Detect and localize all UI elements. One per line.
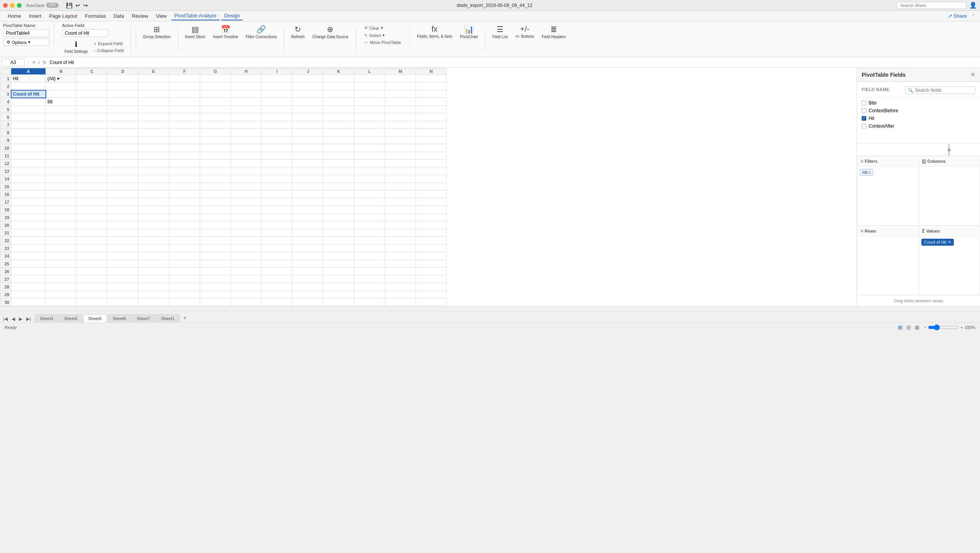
cell-h1[interactable]: [231, 75, 262, 83]
cell-e28[interactable]: [138, 283, 169, 291]
values-chip-count-of-hit[interactable]: Count of Hit ✕: [921, 239, 954, 246]
cell-d28[interactable]: [108, 283, 138, 291]
cell-b25[interactable]: [46, 260, 77, 268]
cell-e8[interactable]: [138, 129, 169, 137]
cell-m8[interactable]: [385, 129, 416, 137]
cell-m30[interactable]: [385, 298, 416, 306]
cell-b14[interactable]: [46, 175, 77, 183]
cell-h16[interactable]: [231, 191, 262, 198]
cell-d18[interactable]: [108, 206, 138, 214]
panel-close-button[interactable]: ✕: [970, 71, 975, 78]
cell-i10[interactable]: [262, 144, 293, 152]
field-item-contextafter[interactable]: ContextAfter: [857, 122, 980, 130]
cell-h24[interactable]: [231, 252, 262, 260]
menu-insert[interactable]: Insert: [26, 12, 45, 20]
cell-b28[interactable]: [46, 283, 77, 291]
cell-a29[interactable]: [11, 291, 46, 298]
cell-c12[interactable]: [77, 160, 108, 167]
cell-l4[interactable]: [354, 98, 385, 106]
cell-e3[interactable]: [138, 90, 169, 98]
cell-k19[interactable]: [323, 214, 354, 221]
cell-b17[interactable]: [46, 198, 77, 206]
cell-b15[interactable]: [46, 183, 77, 191]
autosave-toggle[interactable]: OFF: [46, 3, 59, 8]
cell-a9[interactable]: [11, 137, 46, 144]
page-break-view-button[interactable]: ⊠: [913, 324, 921, 331]
cell-a22[interactable]: [11, 237, 46, 244]
refresh-button[interactable]: ↻ Refresh: [289, 23, 307, 41]
cell-f3[interactable]: [169, 90, 200, 98]
cell-g2[interactable]: [200, 83, 231, 90]
cell-b23[interactable]: [46, 244, 77, 252]
cell-n20[interactable]: [416, 221, 447, 229]
zoom-out-icon[interactable]: −: [924, 325, 926, 330]
cell-f21[interactable]: [169, 229, 200, 237]
cell-n27[interactable]: [416, 275, 447, 283]
cell-c16[interactable]: [77, 191, 108, 198]
cell-c11[interactable]: [77, 152, 108, 160]
cell-k1[interactable]: [323, 75, 354, 83]
sheet-tab-sheet5[interactable]: Sheet5: [83, 314, 107, 322]
cell-i21[interactable]: [262, 229, 293, 237]
sheet-tab-sheet4[interactable]: Sheet4: [59, 314, 83, 322]
cell-d10[interactable]: [108, 144, 138, 152]
cell-l2[interactable]: [354, 83, 385, 90]
cell-l21[interactable]: [354, 229, 385, 237]
cell-a19[interactable]: [11, 214, 46, 221]
cell-a1[interactable]: Hit: [11, 75, 46, 83]
cell-g13[interactable]: [200, 167, 231, 175]
cell-h18[interactable]: [231, 206, 262, 214]
cell-e14[interactable]: [138, 175, 169, 183]
cell-f18[interactable]: [169, 206, 200, 214]
cell-d22[interactable]: [108, 237, 138, 244]
horizontal-scrollbar[interactable]: [0, 306, 980, 312]
cell-a30[interactable]: [11, 298, 46, 306]
cell-b13[interactable]: [46, 167, 77, 175]
cell-n14[interactable]: [416, 175, 447, 183]
col-header-f[interactable]: F: [169, 68, 200, 75]
cell-n5[interactable]: [416, 106, 447, 113]
cell-e29[interactable]: [138, 291, 169, 298]
close-window-button[interactable]: [3, 3, 8, 8]
cell-j19[interactable]: [293, 214, 323, 221]
filter-connections-button[interactable]: 🔗 Filter Connections: [244, 23, 280, 41]
cell-m3[interactable]: [385, 90, 416, 98]
cell-c22[interactable]: [77, 237, 108, 244]
cell-j7[interactable]: [293, 121, 323, 129]
cell-l15[interactable]: [354, 183, 385, 191]
cell-h3[interactable]: [231, 90, 262, 98]
cell-c8[interactable]: [77, 129, 108, 137]
cell-g15[interactable]: [200, 183, 231, 191]
cell-b8[interactable]: [46, 129, 77, 137]
col-header-c[interactable]: C: [77, 68, 108, 75]
menu-view[interactable]: View: [153, 12, 170, 20]
cell-n29[interactable]: [416, 291, 447, 298]
cell-b27[interactable]: [46, 275, 77, 283]
cell-b3[interactable]: [46, 90, 77, 98]
cell-j29[interactable]: [293, 291, 323, 298]
cell-f19[interactable]: [169, 214, 200, 221]
cell-a7[interactable]: [11, 121, 46, 129]
insert-slicer-button[interactable]: ▤ Insert Slicer: [183, 23, 208, 41]
cell-g26[interactable]: [200, 268, 231, 275]
cell-f24[interactable]: [169, 252, 200, 260]
page-layout-view-button[interactable]: ⊟: [905, 324, 913, 331]
cell-m16[interactable]: [385, 191, 416, 198]
menu-design[interactable]: Design: [221, 12, 243, 20]
cell-h12[interactable]: [231, 160, 262, 167]
fields-items-sets-button[interactable]: fx Fields, Items, & Sets: [414, 23, 455, 40]
cell-i20[interactable]: [262, 221, 293, 229]
cell-d4[interactable]: [108, 98, 138, 106]
field-list-button[interactable]: ☰ Field List: [490, 23, 510, 41]
cell-j1[interactable]: [293, 75, 323, 83]
cell-k23[interactable]: [323, 244, 354, 252]
field-settings-button[interactable]: ℹ Field Settings: [62, 39, 90, 55]
cell-g11[interactable]: [200, 152, 231, 160]
cell-c30[interactable]: [77, 298, 108, 306]
cell-e5[interactable]: [138, 106, 169, 113]
cell-j16[interactable]: [293, 191, 323, 198]
cell-k28[interactable]: [323, 283, 354, 291]
cell-n4[interactable]: [416, 98, 447, 106]
cell-i1[interactable]: [262, 75, 293, 83]
cell-n18[interactable]: [416, 206, 447, 214]
